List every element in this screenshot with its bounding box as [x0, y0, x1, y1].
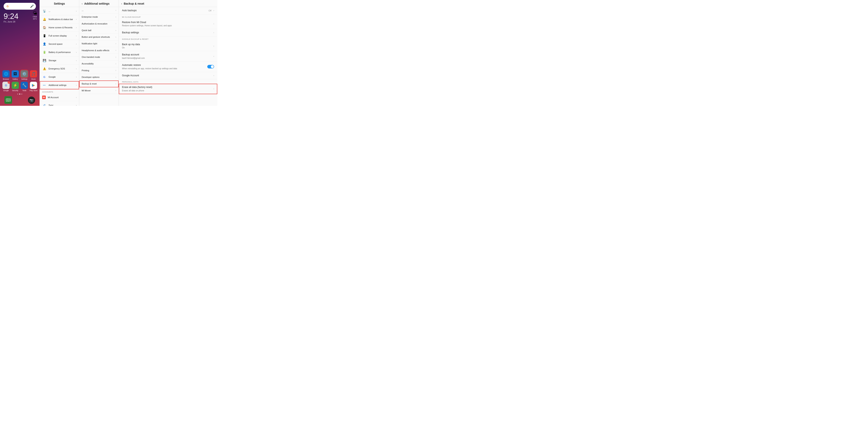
auto-restore-subtitle: When reinstalling an app, restore backed…	[122, 67, 207, 70]
dot-2	[19, 94, 20, 95]
additional-item-partial[interactable]: ... ›	[79, 7, 119, 14]
chevron-icon: ›	[76, 104, 76, 106]
settings-item-additional[interactable]: ••• Additional settings ›	[40, 81, 79, 89]
google-backup-section-header: GOOGLE BACKUP & RESET	[119, 36, 217, 41]
settings-item-fullscreen[interactable]: 📱 Full screen display ›	[40, 32, 79, 40]
back-arrow-backup[interactable]: ‹	[121, 2, 122, 5]
phone-icon[interactable]: 📷	[28, 96, 35, 104]
app-gallery[interactable]: 🖼 Gallery	[11, 70, 19, 80]
backup-account-title: Backup account	[122, 53, 213, 56]
backup-item-backup-settings[interactable]: Backup settings ›	[119, 29, 217, 36]
google-account-content: Google Account	[122, 74, 213, 77]
additional-item-onehanded[interactable]: One-handed mode ›	[79, 54, 119, 60]
secondspace-icon: 👤	[42, 42, 46, 46]
time-display: 9:24	[4, 12, 36, 20]
additional-item-accessibility[interactable]: Accessibility ›	[79, 60, 119, 67]
restore-mi-cloud-content: Restore from Mi Cloud Restore system set…	[122, 21, 213, 27]
google-settings-icon: G	[42, 75, 46, 79]
chevron-icon: ›	[76, 51, 76, 53]
google-account-title: Google Account	[122, 74, 213, 77]
dot-1	[17, 94, 18, 95]
music-icon: 🎵	[30, 70, 37, 78]
buttongesture-label: Button and gesture shortcuts	[82, 35, 115, 38]
settings-item-storage[interactable]: 💾 Storage ›	[40, 56, 79, 65]
settings-item-notifications[interactable]: 🔔 Notifications & status bar ›	[40, 15, 79, 24]
chevron-icon: ›	[214, 45, 214, 47]
backup-data-title: Back up my data	[122, 43, 213, 46]
backup-item-factory-reset[interactable]: Erase all data (factory reset) Erases al…	[119, 84, 217, 94]
page-dots	[0, 93, 39, 95]
settings-item-homescreen[interactable]: 🏠 Home screen & Recents ›	[40, 24, 79, 32]
chevron-icon: ›	[116, 9, 116, 11]
chevron-icon: ›	[116, 56, 116, 58]
browser-icon: 🌐	[2, 70, 10, 78]
settings-item-battery[interactable]: 🔋 Battery & performance ›	[40, 48, 79, 56]
additional-icon: •••	[42, 83, 46, 87]
backup-settings-content: Backup settings	[122, 31, 213, 34]
chevron-icon: ›	[76, 96, 76, 98]
app-settings[interactable]: ⚙️ Settings	[21, 70, 29, 80]
app-music[interactable]: 🎵 Music	[30, 70, 37, 80]
settings-item-google[interactable]: G Google ›	[40, 73, 79, 81]
auto-restore-toggle[interactable]	[207, 65, 214, 68]
back-arrow-additional[interactable]: ‹	[82, 2, 83, 5]
settings-item-secondspace[interactable]: 👤 Second space ›	[40, 40, 79, 48]
additional-item-developer[interactable]: Developer options ›	[79, 74, 119, 81]
additional-item-printing[interactable]: Printing ›	[79, 67, 119, 74]
settings-icon: ⚙️	[21, 70, 28, 78]
additional-panel-header: ‹ Additional settings	[79, 0, 119, 7]
additional-item-notificationlight[interactable]: Notification light ›	[79, 40, 119, 47]
mic-icon[interactable]: 🎤	[30, 4, 34, 8]
chevron-icon: ›	[116, 69, 116, 71]
music-label: Music	[31, 78, 36, 80]
chevron-icon: ›	[76, 59, 76, 62]
additional-item-buttongesture[interactable]: Button and gesture shortcuts ›	[79, 34, 119, 40]
chevron-icon: ›	[76, 84, 76, 86]
weather-icon: 🌤	[33, 10, 37, 16]
app-security[interactable]: ⚡ Security	[11, 82, 19, 92]
chevron-icon: ›	[214, 88, 214, 90]
chevron-icon: ›	[116, 49, 116, 51]
additional-item-mimover[interactable]: Mi Mover ›	[79, 87, 119, 94]
settings-item-sync[interactable]: ↺ Sync ›	[40, 101, 79, 106]
app-tools[interactable]: 🔧 Tools	[21, 82, 29, 92]
chevron-icon: ›	[214, 55, 214, 57]
chevron-icon: ›	[76, 43, 76, 45]
settings-item-miaccount[interactable]: Mi Mi Account ›	[40, 94, 79, 101]
backup-data-subtitle: On	[122, 47, 213, 49]
chevron-icon: ›	[214, 9, 214, 12]
partial-label: ...	[49, 10, 75, 12]
settings-item-sos[interactable]: ⚠️ Emergency SOS ›	[40, 65, 79, 73]
chevron-icon: ›	[116, 63, 116, 65]
chevron-icon: ›	[214, 32, 214, 34]
search-bar[interactable]: G 🎤	[4, 3, 36, 10]
secondspace-label: Second space	[49, 42, 75, 46]
additional-item-authorization[interactable]: Authorization & revocation ›	[79, 21, 119, 27]
backup-item-backup-data[interactable]: Back up my data On ›	[119, 41, 217, 51]
google-app-label: Google	[3, 90, 9, 92]
accessibility-label: Accessibility	[82, 62, 115, 65]
additional-item-quickball[interactable]: Quick ball ›	[79, 27, 119, 34]
accounts-section-header: ACCOUNTS	[40, 89, 79, 94]
dot-3	[21, 94, 22, 95]
settings-panel: Settings 📡 ... › 🔔 Notifications & statu…	[39, 0, 79, 106]
chevron-icon: ›	[116, 23, 116, 25]
backup-item-backup-account[interactable]: Backup account bash7ahmed@gmail.com ›	[119, 51, 217, 62]
additional-item-enterprise[interactable]: Enterprise mode ›	[79, 14, 119, 20]
backup-item-google-account[interactable]: Google Account ›	[119, 72, 217, 80]
browser-label: Browser	[3, 78, 9, 80]
settings-item-partial[interactable]: 📡 ... ›	[40, 7, 79, 15]
additional-item-headphones[interactable]: Headphones & audio effects ›	[79, 47, 119, 54]
chevron-icon: ›	[214, 23, 214, 25]
app-google[interactable]: G 1 Google	[2, 82, 10, 92]
backup-item-auto-restore[interactable]: Automatic restore When reinstalling an a…	[119, 62, 217, 72]
printing-label: Printing	[82, 69, 115, 72]
additional-item-backup[interactable]: Backup & reset ›	[79, 81, 119, 87]
app-browser[interactable]: 🌐 Browser	[2, 70, 10, 80]
backup-item-restore-mi-cloud[interactable]: Restore from Mi Cloud Restore system set…	[119, 19, 217, 29]
backup-item-autobackups[interactable]: Auto backups Off ›	[119, 7, 217, 14]
app-playstore[interactable]: Play Store	[30, 82, 37, 92]
homescreen-icon: 🏠	[42, 25, 46, 30]
auto-restore-content: Automatic restore When reinstalling an a…	[122, 64, 207, 70]
chevron-icon: ›	[214, 74, 214, 77]
